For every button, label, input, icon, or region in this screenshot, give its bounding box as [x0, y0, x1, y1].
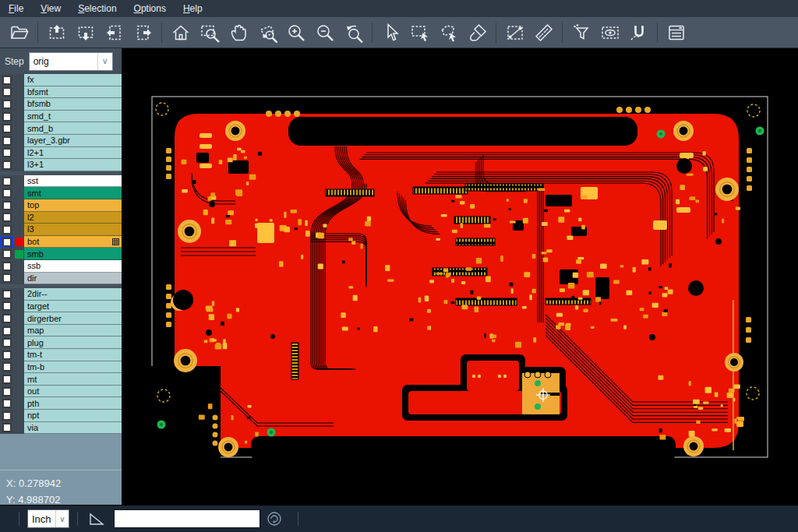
select-arrow-button[interactable] — [376, 19, 405, 46]
layer-visibility-checkbox[interactable] — [0, 422, 13, 435]
select-poly-button[interactable] — [434, 19, 463, 46]
layer-row-bfsmb[interactable]: bfsmb — [0, 98, 122, 111]
layer-row-plug[interactable]: plug — [0, 336, 122, 349]
menu-file[interactable]: File — [0, 0, 32, 17]
snap-button[interactable] — [624, 19, 653, 46]
layer-visibility-checkbox[interactable] — [0, 111, 13, 123]
layer-row-top[interactable]: top — [0, 199, 122, 212]
pan-hand-icon — [228, 23, 249, 43]
checkbox-icon — [2, 290, 12, 299]
highlight-eye-button[interactable] — [595, 19, 624, 46]
layer-visibility-checkbox[interactable] — [0, 122, 13, 135]
pan-up-button[interactable] — [42, 19, 71, 46]
layer-visibility-checkbox[interactable] — [0, 147, 13, 160]
menu-help[interactable]: Help — [175, 0, 211, 17]
layer-row-map[interactable]: map — [0, 325, 122, 337]
layer-visibility-checkbox[interactable] — [0, 248, 13, 260]
measure-ruler-button[interactable] — [529, 19, 558, 46]
layer-visibility-checkbox[interactable] — [0, 74, 13, 86]
layer-visibility-checkbox[interactable] — [0, 135, 13, 147]
pan-down-button[interactable] — [71, 19, 100, 46]
layer-row-target[interactable]: target — [0, 301, 122, 313]
toolbar-separator — [372, 23, 373, 43]
layer-row-l2[interactable]: l2 — [0, 212, 122, 224]
measure-line-button[interactable] — [500, 19, 529, 46]
home-button[interactable] — [166, 19, 195, 46]
layer-row-l2+1[interactable]: l2+1 — [0, 147, 122, 160]
angle-measure-icon[interactable] — [89, 512, 104, 526]
layer-visibility-checkbox[interactable] — [0, 386, 13, 398]
layer-visibility-checkbox[interactable] — [0, 397, 13, 410]
layer-name-label: tm-b — [24, 361, 122, 374]
zoom-out-button[interactable] — [310, 19, 339, 46]
layer-row-tm-b[interactable]: tm-b — [0, 361, 122, 374]
select-rect-button[interactable] — [405, 19, 434, 46]
pcb-canvas[interactable] — [122, 48, 798, 505]
layer-visibility-checkbox[interactable] — [0, 349, 13, 361]
pan-left-button[interactable] — [100, 19, 129, 46]
layer-visibility-checkbox[interactable] — [0, 86, 13, 99]
layer-color-swatch — [13, 349, 24, 361]
layer-visibility-checkbox[interactable] — [0, 187, 13, 199]
layer-name-label: layer_3.gbr — [24, 135, 122, 147]
unit-select[interactable]: Inch ∨ — [27, 509, 69, 528]
clean-brush-button[interactable] — [463, 19, 492, 46]
zoom-in-button[interactable] — [281, 19, 310, 46]
layer-row-smb[interactable]: smb — [0, 248, 122, 260]
command-input[interactable] — [114, 509, 260, 528]
layer-visibility-checkbox[interactable] — [0, 325, 13, 337]
layer-visibility-checkbox[interactable] — [0, 175, 13, 188]
layer-row-bot[interactable]: bot — [0, 236, 122, 248]
layer-row-dir[interactable]: dir — [0, 273, 122, 285]
layer-row-smd_b[interactable]: smd_b — [0, 122, 122, 135]
refresh-icon[interactable] — [267, 511, 282, 527]
layer-row-npt[interactable]: npt — [0, 410, 122, 422]
zoom-previous-button[interactable] — [339, 19, 368, 46]
layer-row-bfsmt[interactable]: bfsmt — [0, 86, 122, 99]
zoom-window-button[interactable] — [195, 19, 224, 46]
layer-visibility-checkbox[interactable] — [0, 361, 13, 374]
pan-right-button[interactable] — [129, 19, 157, 46]
checkbox-icon — [2, 351, 12, 360]
pan-hand-button[interactable] — [224, 19, 252, 46]
layer-row-dirgerber[interactable]: dirgerber — [0, 312, 122, 325]
menu-selection[interactable]: Selection — [69, 0, 125, 17]
layer-row-out[interactable]: out — [0, 386, 122, 398]
checkbox-icon — [2, 160, 12, 170]
layer-visibility-checkbox[interactable] — [0, 273, 13, 285]
layer-row-l3[interactable]: l3 — [0, 224, 122, 236]
menu-options[interactable]: Options — [125, 0, 175, 17]
layer-row-tm-t[interactable]: tm-t — [0, 349, 122, 361]
layer-visibility-checkbox[interactable] — [0, 98, 13, 111]
layer-visibility-checkbox[interactable] — [0, 410, 13, 422]
step-select[interactable]: orig ∨ — [29, 52, 113, 71]
layer-row-smt[interactable]: smt — [0, 187, 122, 199]
layer-visibility-checkbox[interactable] — [0, 373, 13, 386]
layer-row-fx[interactable]: fx — [0, 74, 122, 86]
layer-visibility-checkbox[interactable] — [0, 288, 13, 301]
layer-row-l3+1[interactable]: l3+1 — [0, 159, 122, 171]
menu-view[interactable]: View — [32, 0, 69, 17]
layer-row-sst[interactable]: sst — [0, 175, 122, 188]
layer-visibility-checkbox[interactable] — [0, 260, 13, 273]
layer-visibility-checkbox[interactable] — [0, 199, 13, 212]
layer-visibility-checkbox[interactable] — [0, 301, 13, 313]
layer-row-2dir--[interactable]: 2dir-- — [0, 288, 122, 301]
checkbox-icon — [2, 249, 12, 259]
layer-visibility-checkbox[interactable] — [0, 236, 13, 248]
layer-visibility-checkbox[interactable] — [0, 159, 13, 171]
log-panel-button[interactable] — [662, 19, 690, 46]
layer-visibility-checkbox[interactable] — [0, 336, 13, 349]
layer-row-smd_t[interactable]: smd_t — [0, 111, 122, 123]
layer-row-ssb[interactable]: ssb — [0, 260, 122, 273]
layer-row-layer_3.gbr[interactable]: layer_3.gbr — [0, 135, 122, 147]
layer-visibility-checkbox[interactable] — [0, 212, 13, 224]
layer-row-pth[interactable]: pth — [0, 397, 122, 410]
layer-row-mt[interactable]: mt — [0, 373, 122, 386]
layer-visibility-checkbox[interactable] — [0, 224, 13, 236]
layer-row-via[interactable]: via — [0, 422, 122, 435]
zoom-selection-button[interactable] — [252, 19, 281, 46]
filter-button[interactable] — [567, 19, 595, 46]
layer-visibility-checkbox[interactable] — [0, 312, 13, 325]
open-folder-button[interactable] — [5, 19, 34, 46]
